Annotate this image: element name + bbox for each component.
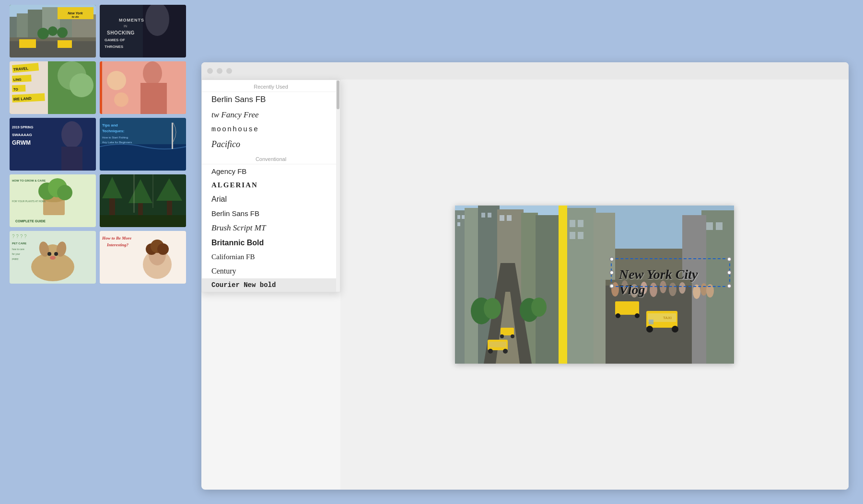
svg-rect-112 <box>507 215 512 221</box>
thumbnail-got[interactable]: MOMENTS IN SHOCKING GAMES OF THRONES <box>100 5 186 57</box>
svg-text:THRONES: THRONES <box>105 45 124 49</box>
svg-point-148 <box>635 313 640 318</box>
svg-rect-126 <box>567 208 596 364</box>
handle-top-left[interactable] <box>609 257 614 262</box>
svg-rect-42 <box>100 61 102 114</box>
svg-point-44 <box>114 92 128 107</box>
svg-rect-154 <box>716 222 723 230</box>
dropdown-scrollbar-thumb[interactable] <box>337 80 339 109</box>
thumbnail-plants-guide[interactable]: HOW TO GROW & CARE COMPLETE GUIDE FOR YO… <box>10 174 96 227</box>
font-item-courier-new-bold[interactable]: Courier New bold <box>202 278 340 292</box>
svg-rect-151 <box>570 232 575 239</box>
svg-rect-118 <box>489 342 506 347</box>
svg-rect-121 <box>501 328 514 335</box>
canvas-yellow-divider <box>559 206 567 364</box>
svg-rect-53 <box>172 123 173 149</box>
svg-point-29 <box>70 73 93 97</box>
svg-text:How to Be More: How to Be More <box>102 236 131 241</box>
svg-text:HOW TO GROW & CARE: HOW TO GROW & CARE <box>12 179 46 182</box>
thumbnail-panel: New York to do MOMENTS IN SHOCKING GAMES… <box>0 0 197 504</box>
thumbnail-forest[interactable] <box>100 174 186 227</box>
svg-text:New York: New York <box>68 11 83 15</box>
font-item-pacifico[interactable]: Pacifico <box>202 137 340 152</box>
svg-rect-105 <box>536 215 559 364</box>
svg-rect-146 <box>615 301 639 315</box>
handle-bottom-right[interactable] <box>727 284 732 288</box>
svg-point-82 <box>47 252 51 256</box>
font-item-brush-script[interactable]: Brush Script MT <box>202 220 340 236</box>
svg-rect-106 <box>457 215 460 219</box>
thumbnail-how-to-interesting[interactable]: How to Be More Interesting? <box>100 231 186 284</box>
svg-text:TO: TO <box>13 88 18 91</box>
svg-text:GRWM: GRWM <box>12 139 31 146</box>
svg-rect-152 <box>578 232 583 239</box>
thumbnail-fashion-pink[interactable] <box>100 61 186 114</box>
svg-point-40 <box>143 61 162 85</box>
svg-rect-144 <box>649 320 653 324</box>
traffic-light-minimize[interactable] <box>217 68 222 74</box>
handle-middle-left[interactable] <box>609 270 614 275</box>
svg-rect-110 <box>488 213 491 218</box>
svg-rect-150 <box>578 220 583 227</box>
svg-rect-47 <box>61 147 82 171</box>
svg-text:Interesting?: Interesting? <box>106 242 129 247</box>
svg-rect-75 <box>133 174 135 213</box>
thumbnail-nyc-street[interactable]: New York to do <box>10 5 96 57</box>
font-item-tw-fancy-free[interactable]: tw Fancy Free <box>202 107 340 123</box>
svg-point-116 <box>531 298 547 317</box>
svg-text:FOR YOUR PLANTS AT HOME: FOR YOUR PLANTS AT HOME <box>12 200 46 203</box>
svg-rect-149 <box>570 220 575 227</box>
svg-point-122 <box>500 334 504 338</box>
svg-text:LING: LING <box>13 78 22 81</box>
font-item-moonhouse[interactable]: moonhouse <box>202 123 340 137</box>
svg-rect-107 <box>462 215 465 219</box>
svg-text:SHOCKING: SHOCKING <box>107 30 135 35</box>
svg-text:MOMENTS: MOMENTS <box>119 18 144 23</box>
svg-text:TAXI: TAXI <box>663 316 672 320</box>
thumbnail-spring-grwm[interactable]: 2019 SPRING SWAAAAG GRWM <box>10 118 96 171</box>
canvas-area: TAXI <box>340 80 849 490</box>
thumb-row-4: HOW TO GROW & CARE COMPLETE GUIDE FOR YO… <box>10 174 187 227</box>
handle-middle-right[interactable] <box>727 270 732 275</box>
svg-point-142 <box>646 326 653 332</box>
svg-text:? ? ? ?: ? ? ? ? <box>12 234 27 239</box>
svg-rect-41 <box>140 83 167 114</box>
thumb-row-3: 2019 SPRING SWAAAAG GRWM Tips and <box>10 118 187 171</box>
handle-top-right[interactable] <box>727 257 732 262</box>
browser-titlebar <box>201 62 849 80</box>
svg-rect-76 <box>152 174 153 208</box>
svg-text:How to Start Fishing: How to Start Fishing <box>102 136 128 139</box>
svg-point-46 <box>61 121 82 148</box>
svg-rect-74 <box>100 215 186 227</box>
browser-window: Recently Used Berlin Sans FB tw Fancy Fr… <box>201 62 849 490</box>
font-item-berlin-sans-fb[interactable]: Berlin Sans FB <box>202 206 340 220</box>
font-item-arial[interactable]: Arial <box>202 192 340 206</box>
font-item-agency-fb[interactable]: Agency FB <box>202 164 340 178</box>
traffic-light-close[interactable] <box>207 68 213 74</box>
font-item-californian-fb[interactable]: Californian FB <box>202 250 340 264</box>
font-item-berlin-sans-recent[interactable]: Berlin Sans FB <box>202 92 340 107</box>
svg-text:Techniques:: Techniques: <box>102 129 125 133</box>
svg-text:Tips and: Tips and <box>102 123 118 127</box>
svg-point-95 <box>157 243 169 255</box>
font-item-britannic-bold[interactable]: Britannic Bold <box>202 236 340 250</box>
svg-text:SWAAAAG: SWAAAAG <box>12 133 32 137</box>
svg-point-143 <box>672 326 678 332</box>
thumb-row-2: TRAVEL LING TO IRE LAND <box>10 61 187 114</box>
svg-point-12 <box>37 28 49 39</box>
svg-point-13 <box>48 26 58 36</box>
font-dropdown[interactable]: Recently Used Berlin Sans FB tw Fancy Fr… <box>201 80 340 292</box>
dropdown-scrollbar[interactable] <box>336 80 340 292</box>
svg-text:to do: to do <box>72 15 79 18</box>
svg-rect-10 <box>19 39 36 48</box>
svg-rect-153 <box>706 222 713 230</box>
thumbnail-pet-care[interactable]: ? ? ? ? PET CARE how to care for your pu… <box>10 231 96 284</box>
thumbnail-travel-ireland[interactable]: TRAVEL LING TO IRE LAND <box>10 61 96 114</box>
traffic-light-maximize[interactable] <box>226 68 232 74</box>
svg-point-114 <box>484 298 501 319</box>
thumbnail-tips-fishing[interactable]: Tips and Techniques: How to Start Fishin… <box>100 118 186 171</box>
handle-bottom-left[interactable] <box>609 284 614 288</box>
font-item-century[interactable]: Century <box>202 264 340 278</box>
font-item-algerian[interactable]: ALGERIAN <box>202 178 340 192</box>
svg-point-63 <box>57 185 72 200</box>
